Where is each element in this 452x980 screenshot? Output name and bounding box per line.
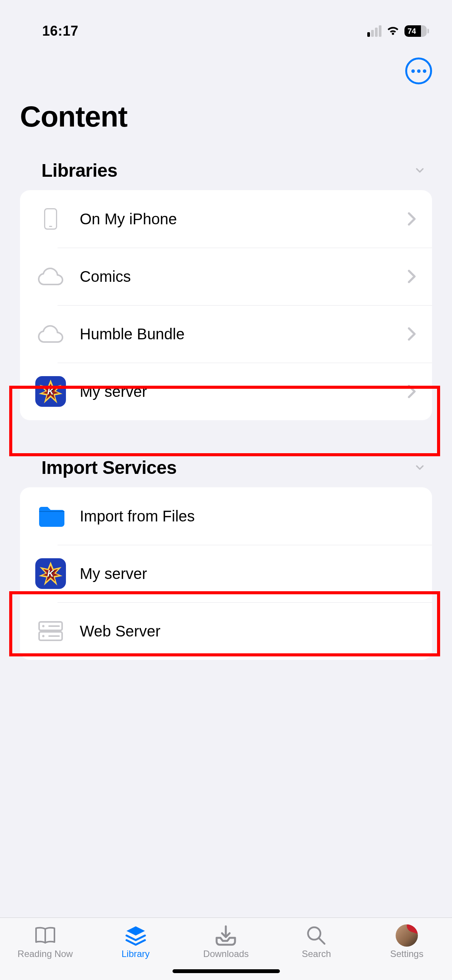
folder-icon — [35, 501, 66, 531]
tab-label: Library — [122, 949, 150, 959]
chevron-right-icon — [408, 327, 416, 341]
magnifying-glass-icon — [305, 925, 328, 946]
cellular-signal-icon — [367, 25, 381, 37]
svg-line-8 — [319, 938, 324, 944]
import-item-files[interactable]: Import from Files — [20, 487, 432, 545]
nav-bar — [0, 50, 452, 84]
import-item-web-server[interactable]: Web Server — [20, 602, 432, 660]
status-time: 16:17 — [42, 23, 79, 39]
ellipsis-icon — [411, 69, 415, 73]
download-tray-icon — [214, 925, 237, 946]
tab-search[interactable]: Search — [278, 925, 355, 959]
libraries-section-header[interactable]: Libraries — [0, 145, 452, 190]
library-item-label: Comics — [80, 268, 408, 285]
import-item-my-server[interactable]: K My server — [20, 545, 432, 602]
komga-app-icon: K — [35, 376, 66, 407]
import-services-list: Import from Files K My server Web Server — [20, 487, 432, 660]
import-item-label: My server — [80, 565, 416, 582]
wifi-icon — [386, 26, 400, 36]
page-title: Content — [0, 84, 452, 145]
cloud-icon — [35, 261, 66, 292]
status-bar: 16:17 74 — [0, 0, 452, 50]
library-item-label: My server — [80, 383, 408, 400]
import-section-header[interactable]: Import Services — [0, 420, 452, 487]
libraries-list: On My iPhone Comics Humble Bundle K My s… — [20, 190, 432, 420]
chevron-right-icon — [408, 384, 416, 399]
komga-app-icon: K — [35, 558, 66, 589]
tab-settings[interactable]: Settings — [368, 925, 445, 959]
more-menu-button[interactable] — [405, 58, 432, 84]
chevron-down-icon — [414, 462, 425, 473]
libraries-heading: Libraries — [41, 160, 117, 181]
tab-label: Settings — [390, 949, 424, 959]
tab-label: Search — [302, 949, 331, 959]
chevron-right-icon — [408, 269, 416, 284]
tab-label: Downloads — [203, 949, 249, 959]
status-indicators: 74 — [367, 25, 429, 37]
avatar-icon — [395, 925, 418, 946]
tab-label: Reading Now — [18, 949, 73, 959]
layers-icon — [124, 925, 147, 946]
library-item-my-server[interactable]: K My server — [20, 363, 432, 420]
svg-point-2 — [42, 625, 44, 627]
cloud-icon — [35, 319, 66, 349]
library-item-on-my-iphone[interactable]: On My iPhone — [20, 190, 432, 248]
iphone-icon — [35, 204, 66, 234]
home-indicator[interactable] — [173, 969, 280, 973]
library-item-label: On My iPhone — [80, 210, 408, 228]
svg-point-3 — [42, 635, 44, 637]
chevron-right-icon — [408, 212, 416, 226]
chevron-down-icon — [414, 165, 425, 176]
battery-indicator: 74 — [404, 25, 429, 37]
battery-level: 74 — [404, 25, 427, 37]
import-item-label: Web Server — [80, 623, 416, 640]
book-open-icon — [34, 925, 57, 946]
library-item-label: Humble Bundle — [80, 326, 408, 343]
import-heading: Import Services — [41, 457, 177, 478]
library-item-comics[interactable]: Comics — [20, 248, 432, 305]
library-item-humble-bundle[interactable]: Humble Bundle — [20, 305, 432, 363]
tab-library[interactable]: Library — [97, 925, 174, 959]
server-rack-icon — [35, 616, 66, 646]
tab-downloads[interactable]: Downloads — [187, 925, 264, 959]
tab-reading-now[interactable]: Reading Now — [7, 925, 84, 959]
import-item-label: Import from Files — [80, 508, 416, 525]
